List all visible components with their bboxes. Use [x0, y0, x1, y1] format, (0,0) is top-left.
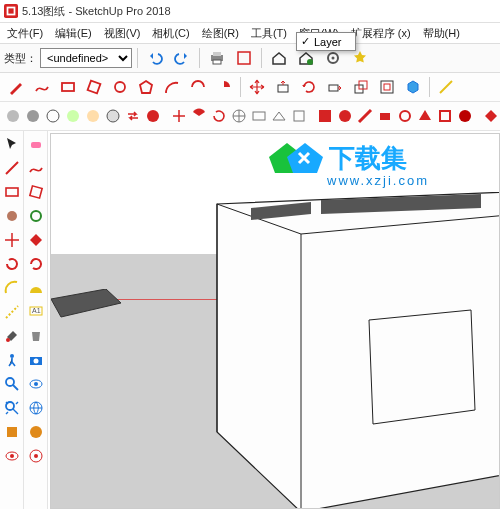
rect-tool-icon[interactable] [1, 181, 23, 203]
home-icon[interactable] [267, 46, 291, 70]
tape-tool-icon[interactable] [1, 301, 23, 323]
rect-icon[interactable] [56, 75, 80, 99]
camera-icon[interactable] [25, 349, 47, 371]
rotrect-icon[interactable] [82, 75, 106, 99]
follow-icon[interactable] [323, 75, 347, 99]
nav1-icon[interactable] [230, 104, 248, 128]
print-icon[interactable] [205, 46, 229, 70]
target-icon[interactable] [25, 445, 47, 467]
rect2-icon[interactable] [25, 181, 47, 203]
polygon-icon[interactable] [134, 75, 158, 99]
offset-icon[interactable] [375, 75, 399, 99]
eraser-icon[interactable] [25, 133, 47, 155]
eye-icon[interactable] [1, 445, 23, 467]
v7-icon[interactable] [436, 104, 454, 128]
select-icon[interactable] [1, 133, 23, 155]
protractor-icon[interactable] [25, 277, 47, 299]
toolbar-draw [0, 73, 500, 102]
menu-item-2[interactable]: 视图(V) [99, 25, 146, 42]
ball1-icon[interactable] [4, 104, 22, 128]
pencil-icon[interactable] [4, 75, 28, 99]
section-icon[interactable] [1, 421, 23, 443]
ball4-icon[interactable] [64, 104, 82, 128]
ball3-icon[interactable] [44, 104, 62, 128]
undo-icon[interactable] [143, 46, 167, 70]
svg-rect-41 [7, 427, 17, 437]
sphere-icon[interactable] [25, 421, 47, 443]
svg-rect-5 [213, 60, 221, 64]
viewport[interactable]: 下载集 www.xzji.com [50, 133, 500, 509]
arc1-icon[interactable] [160, 75, 184, 99]
zoomext-icon[interactable] [1, 397, 23, 419]
arc2-icon[interactable] [186, 75, 210, 99]
scale-icon[interactable] [349, 75, 373, 99]
separator [137, 48, 138, 68]
svg-point-21 [27, 110, 39, 122]
nav3-icon[interactable] [270, 104, 288, 128]
circle-icon[interactable] [108, 75, 132, 99]
v8-icon[interactable] [456, 104, 474, 128]
ball6-icon[interactable] [104, 104, 122, 128]
tape-icon[interactable] [434, 75, 458, 99]
walk-icon[interactable] [1, 349, 23, 371]
menu-item-4[interactable]: 绘图(R) [197, 25, 244, 42]
text-icon[interactable]: A1 [25, 301, 47, 323]
zoom-icon[interactable] [1, 373, 23, 395]
rot2-icon[interactable] [25, 253, 47, 275]
v1-icon[interactable] [316, 104, 334, 128]
class-select[interactable]: <undefined> [40, 48, 132, 68]
nav2-icon[interactable] [250, 104, 268, 128]
svg-rect-11 [88, 81, 101, 94]
bucket-icon[interactable] [25, 325, 47, 347]
menu-item-1[interactable]: 编辑(E) [50, 25, 97, 42]
check-icon: ✓ [301, 35, 310, 48]
menu-item-0[interactable]: 文件(F) [2, 25, 48, 42]
svg-point-38 [10, 354, 14, 358]
globe-icon[interactable] [25, 397, 47, 419]
svg-point-54 [30, 426, 42, 438]
pushpull-icon[interactable] [271, 75, 295, 99]
toolbar-styles [0, 102, 500, 131]
left-toolbar-2: A1 [24, 131, 48, 509]
move-icon[interactable] [245, 75, 269, 99]
v3-icon[interactable] [356, 104, 374, 128]
diamond-icon[interactable] [482, 104, 500, 128]
menu-item-3[interactable]: 相机(C) [147, 25, 194, 42]
paint-tool-icon[interactable] [1, 325, 23, 347]
v2-icon[interactable] [336, 104, 354, 128]
ball2-icon[interactable] [24, 104, 42, 128]
popup-item-layer[interactable]: ✓ Layer [297, 33, 355, 50]
window-title: 5.13图纸 - SketchUp Pro 2018 [22, 4, 171, 19]
svg-rect-15 [329, 85, 338, 91]
menu-item-5[interactable]: 工具(T) [246, 25, 292, 42]
redo-icon[interactable] [170, 46, 194, 70]
redball-icon[interactable] [144, 104, 162, 128]
circle-tool-icon[interactable] [1, 205, 23, 227]
move-tool-icon[interactable] [1, 229, 23, 251]
v5-icon[interactable] [396, 104, 414, 128]
freehand-icon[interactable] [30, 75, 54, 99]
eye2-icon[interactable] [25, 373, 47, 395]
v4-icon[interactable] [376, 104, 394, 128]
freehand-tool-icon[interactable] [25, 157, 47, 179]
rotate-tool-icon[interactable] [1, 253, 23, 275]
ball5-icon[interactable] [84, 104, 102, 128]
ring-icon[interactable] [25, 205, 47, 227]
pie-icon[interactable] [212, 75, 236, 99]
v6-icon[interactable] [416, 104, 434, 128]
nav4-icon[interactable] [290, 104, 308, 128]
menu-item-8[interactable]: 帮助(H) [418, 25, 465, 42]
arc-tool-icon[interactable] [1, 277, 23, 299]
swap-icon[interactable] [124, 104, 142, 128]
rotate-icon[interactable] [297, 75, 321, 99]
fan-icon[interactable] [190, 104, 208, 128]
rotx-icon[interactable] [210, 104, 228, 128]
menu-item-7[interactable]: 扩展程序 (x) [346, 25, 416, 42]
cube-icon[interactable] [401, 75, 425, 99]
line-icon[interactable] [1, 157, 23, 179]
component-icon[interactable] [232, 46, 256, 70]
movex-icon[interactable] [170, 104, 188, 128]
svg-point-33 [400, 111, 410, 121]
svg-point-52 [34, 382, 38, 386]
diamond2-icon[interactable] [25, 229, 47, 251]
